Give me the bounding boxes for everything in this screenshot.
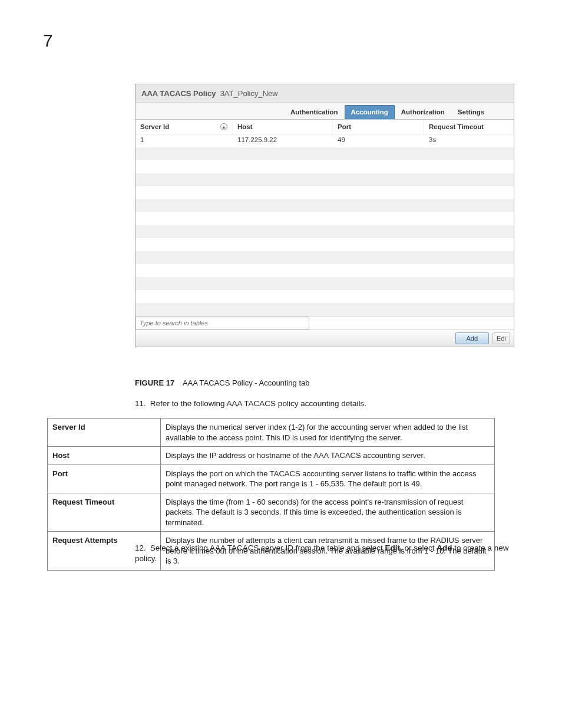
server-grid: Server Id ▲ Host Port Request Timeout 11… bbox=[135, 120, 514, 347]
tab-authorization[interactable]: Authorization bbox=[395, 105, 451, 119]
tab-strip: Authentication Accounting Authorization … bbox=[135, 103, 514, 120]
step-12-mid: or select bbox=[402, 543, 437, 552]
cell-timeout: 3s bbox=[424, 134, 514, 147]
figure-caption: FIGURE 17 AAA TACACS Policy - Accounting… bbox=[135, 378, 310, 387]
edit-button[interactable]: Edi bbox=[492, 332, 510, 344]
table-row-empty bbox=[135, 199, 514, 212]
table-row-empty bbox=[135, 147, 514, 160]
grid-button-bar: Add Edi bbox=[135, 330, 514, 347]
definition-row: Server IdDisplays the numerical server i… bbox=[48, 419, 495, 447]
definition-term: Port bbox=[48, 465, 161, 493]
step-11-num: 11. bbox=[135, 399, 148, 408]
panel-title-name: 3AT_Policy_New bbox=[220, 89, 278, 98]
definition-desc: Displays the numerical server index (1-2… bbox=[161, 419, 495, 447]
cell-host: 117.225.9.22 bbox=[233, 134, 333, 147]
step-12: 12. Select a existing AAA TACACS server … bbox=[135, 543, 515, 564]
definition-term: Request Timeout bbox=[48, 493, 161, 532]
table-row-empty bbox=[135, 264, 514, 277]
definition-row: HostDisplays the IP address or hostname … bbox=[48, 447, 495, 465]
col-header-serverid[interactable]: Server Id ▲ bbox=[135, 120, 233, 134]
table-row-empty bbox=[135, 186, 514, 199]
definition-desc: Displays the time (from 1 - 60 seconds) … bbox=[161, 493, 495, 532]
table-row-empty bbox=[135, 225, 514, 238]
tab-settings[interactable]: Settings bbox=[451, 105, 491, 119]
page-number: 7 bbox=[43, 31, 53, 51]
panel-title-bar: AAA TACACS Policy 3AT_Policy_New bbox=[135, 84, 514, 103]
table-search-input[interactable] bbox=[135, 317, 309, 330]
tab-accounting[interactable]: Accounting bbox=[345, 105, 395, 119]
figure-caption-text: AAA TACACS Policy - Accounting tab bbox=[183, 378, 310, 387]
definition-term: Host bbox=[48, 447, 161, 465]
add-button[interactable]: Add bbox=[455, 332, 490, 344]
table-row-empty bbox=[135, 160, 514, 173]
col-header-port[interactable]: Port bbox=[333, 120, 424, 134]
step-11-text: Refer to the following AAA TACACS policy… bbox=[150, 399, 366, 408]
grid-body: 1117.225.9.22493s bbox=[135, 134, 514, 316]
col-header-host[interactable]: Host bbox=[233, 120, 333, 134]
step-12-add: Add bbox=[437, 543, 452, 552]
tab-authentication[interactable]: Authentication bbox=[284, 105, 345, 119]
grid-header-row: Server Id ▲ Host Port Request Timeout bbox=[135, 120, 514, 134]
sort-asc-icon[interactable]: ▲ bbox=[220, 123, 227, 130]
col-header-serverid-label: Server Id bbox=[140, 123, 169, 130]
step-12-edit: Edit, bbox=[385, 543, 402, 552]
cell-port: 49 bbox=[333, 134, 424, 147]
table-row-empty bbox=[135, 238, 514, 251]
step-12-num: 12. bbox=[135, 543, 148, 554]
col-header-timeout[interactable]: Request Timeout bbox=[424, 120, 514, 134]
cell-serverid: 1 bbox=[135, 134, 233, 147]
figure-label: FIGURE 17 bbox=[135, 378, 174, 387]
definition-desc: Displays the port on which the TACACS ac… bbox=[161, 465, 495, 493]
grid-search-row bbox=[135, 316, 514, 330]
table-row[interactable]: 1117.225.9.22493s bbox=[135, 134, 514, 147]
table-row-empty bbox=[135, 290, 514, 303]
table-row-empty bbox=[135, 173, 514, 186]
step-11: 11. Refer to the following AAA TACACS po… bbox=[135, 399, 366, 408]
table-row-empty bbox=[135, 251, 514, 264]
table-row-empty bbox=[135, 277, 514, 290]
table-row-empty bbox=[135, 303, 514, 316]
tacacs-policy-panel: AAA TACACS Policy 3AT_Policy_New Authent… bbox=[135, 84, 514, 347]
definition-desc: Displays the IP address or hostname of t… bbox=[161, 447, 495, 465]
table-row-empty bbox=[135, 212, 514, 225]
definition-term: Server Id bbox=[48, 419, 161, 447]
definition-row: PortDisplays the port on which the TACAC… bbox=[48, 465, 495, 493]
definition-row: Request TimeoutDisplays the time (from 1… bbox=[48, 493, 495, 532]
step-12-pre: Select a existing AAA TACACS server ID f… bbox=[150, 543, 385, 552]
panel-title-prefix: AAA TACACS Policy bbox=[141, 89, 216, 98]
